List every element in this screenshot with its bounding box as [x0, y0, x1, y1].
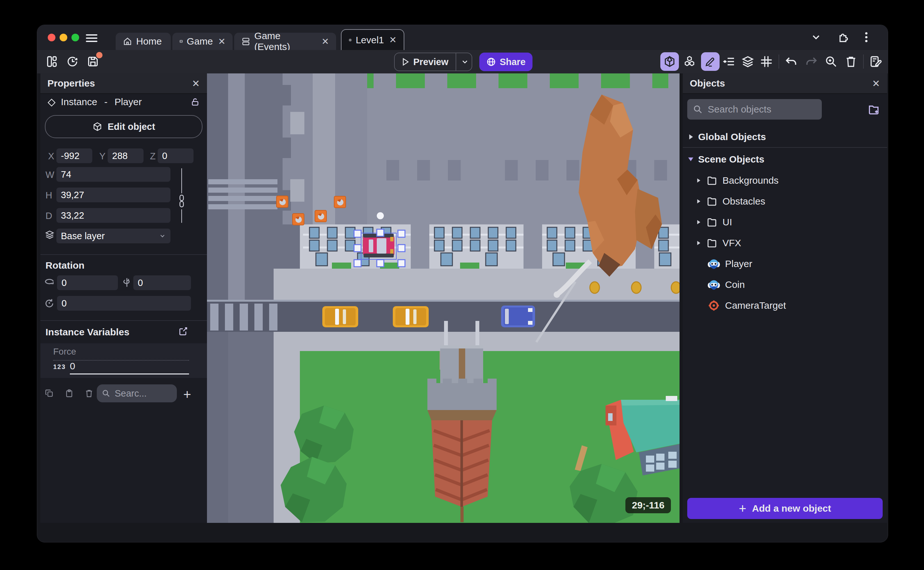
object-row-coin[interactable]: Coin	[683, 274, 888, 295]
folder-row-ui[interactable]: UI	[683, 212, 888, 233]
close-icon[interactable]: ✕	[872, 78, 880, 89]
menu-hamburger-icon[interactable]	[86, 32, 98, 43]
home-icon	[123, 37, 132, 46]
add-folder-icon[interactable]	[867, 103, 880, 116]
kebab-menu-icon[interactable]	[864, 31, 869, 43]
divider	[40, 254, 207, 255]
rotation-y-input[interactable]	[133, 275, 191, 290]
tool-edit-toggle[interactable]	[701, 52, 719, 71]
rotation-x-input[interactable]	[57, 275, 118, 290]
tab-game[interactable]: Game ✕	[173, 33, 233, 50]
y-input[interactable]	[108, 149, 144, 163]
layer-value: Base layer	[61, 231, 105, 241]
z-input[interactable]	[157, 149, 194, 163]
variables-search-input[interactable]: Searc...	[97, 385, 177, 402]
unsaved-dot-badge	[96, 52, 102, 58]
monkey-icon	[708, 258, 720, 270]
share-label: Share	[500, 57, 526, 67]
traffic-minimize-button[interactable]	[60, 34, 67, 41]
preview-button[interactable]: Preview	[394, 52, 472, 71]
grid-icon[interactable]	[760, 55, 773, 68]
folder-row-vfx[interactable]: VFX	[683, 233, 888, 253]
variable-row[interactable]: Force 123 0	[40, 343, 207, 378]
copy-icon[interactable]	[45, 389, 54, 398]
traffic-zoom-button[interactable]	[72, 34, 79, 41]
scene-edit-icon[interactable]	[869, 55, 882, 68]
rotation-z-input[interactable]	[57, 296, 191, 311]
caret-right-icon	[697, 199, 700, 203]
add-new-object-button[interactable]: + Add a new object	[687, 498, 883, 519]
layers-icon[interactable]	[741, 55, 754, 68]
divider	[683, 147, 887, 148]
properties-panel: Properties ✕ Instance - Player Edit obje…	[40, 74, 207, 523]
variables-search-placeholder: Searc...	[115, 388, 147, 399]
instance-variables-title: Instance Variables	[46, 327, 130, 337]
car-blue[interactable]	[501, 305, 535, 327]
group-scene-objects[interactable]: Scene Objects	[683, 149, 888, 170]
toolbar-divider	[779, 55, 779, 69]
caret-right-icon	[697, 178, 700, 182]
layer-select[interactable]: Base layer	[57, 228, 170, 243]
variable-value[interactable]: 0	[70, 361, 189, 374]
link-proportions-icon[interactable]	[177, 194, 186, 208]
y-label: Y	[99, 151, 105, 162]
edit-object-label: Edit object	[108, 121, 155, 132]
link-line	[181, 209, 182, 223]
panel-title: Objects	[690, 78, 725, 89]
folder-row-obstacles[interactable]: Obstacles	[683, 191, 888, 211]
unlock-icon[interactable]	[190, 97, 200, 107]
external-link-icon[interactable]	[178, 326, 188, 336]
target-icon	[708, 299, 720, 312]
z-label: Z	[150, 151, 156, 162]
add-variable-button[interactable]: +	[183, 387, 191, 402]
tab-level1[interactable]: Level1 ✕	[341, 29, 404, 50]
extensions-puzzle-icon[interactable]	[837, 31, 849, 43]
divider	[40, 320, 207, 321]
folder-row-backgrounds[interactable]: Backgrounds	[683, 170, 888, 191]
w-input[interactable]	[57, 167, 170, 182]
object-row-player[interactable]: Player	[683, 254, 888, 274]
instances-list-icon[interactable]	[723, 55, 736, 68]
search-icon	[693, 104, 703, 114]
car-yellow[interactable]	[393, 306, 429, 327]
trash-icon[interactable]	[845, 55, 857, 68]
tab-close-icon[interactable]: ✕	[218, 36, 226, 47]
traffic-close-button[interactable]	[48, 34, 55, 41]
d-input[interactable]	[57, 208, 170, 223]
trash-icon[interactable]	[85, 389, 93, 398]
objects-cubes-icon[interactable]	[683, 55, 696, 68]
scene-canvas[interactable]: 29;-116	[207, 74, 680, 523]
cube-3d-icon	[663, 55, 676, 68]
zoom-in-icon[interactable]	[825, 55, 837, 68]
share-button[interactable]: Share	[479, 52, 533, 71]
globe-icon	[486, 57, 496, 67]
folder-icon	[706, 196, 717, 207]
instance-type: Instance	[61, 97, 97, 107]
redo-icon[interactable]	[805, 55, 818, 68]
close-icon[interactable]: ✕	[192, 78, 200, 89]
group-global-objects[interactable]: Global Objects	[683, 127, 888, 147]
preview-dropdown-chevron-icon[interactable]	[461, 58, 469, 66]
tool-3d-cube-toggle[interactable]	[660, 52, 679, 71]
history-icon[interactable]	[66, 55, 79, 68]
rotate-y-icon	[121, 277, 133, 288]
x-input[interactable]	[57, 149, 92, 163]
monkey-icon	[708, 279, 720, 291]
chevron-down-icon	[159, 233, 166, 239]
variable-name[interactable]: Force	[53, 346, 189, 361]
tab-close-icon[interactable]: ✕	[389, 35, 397, 45]
objects-search-input[interactable]: Search objects	[687, 99, 822, 120]
car-yellow[interactable]	[322, 306, 358, 327]
chevron-down-icon[interactable]	[810, 31, 822, 43]
undo-icon[interactable]	[785, 55, 798, 68]
h-input[interactable]	[57, 187, 170, 202]
edit-object-button[interactable]: Edit object	[45, 115, 203, 138]
tab-home[interactable]: Home	[116, 33, 171, 50]
layout-icon[interactable]	[46, 55, 58, 68]
tab-game-events[interactable]: Game (Events) ✕	[234, 33, 336, 50]
selected-player-instance[interactable]	[361, 233, 396, 259]
paste-icon[interactable]	[65, 389, 74, 398]
object-row-cameratarget[interactable]: CameraTarget	[683, 295, 888, 316]
rotation-handle[interactable]	[377, 212, 384, 219]
tab-close-icon[interactable]: ✕	[322, 36, 329, 47]
